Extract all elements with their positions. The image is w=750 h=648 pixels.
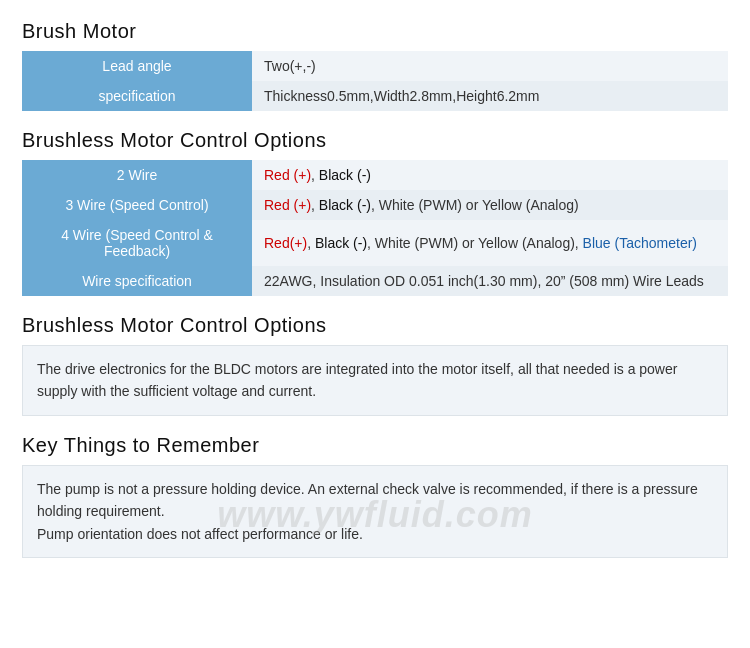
label-cell: 3 Wire (Speed Control) bbox=[22, 190, 252, 220]
value-cell: Two(+,-) bbox=[252, 51, 728, 81]
page-wrapper: Brush Motor Lead angle Two(+,-) specific… bbox=[0, 0, 750, 596]
value-cell: Red (+), Black (-), White (PWM) or Yello… bbox=[252, 190, 728, 220]
brush-motor-table: Lead angle Two(+,-) specification Thickn… bbox=[22, 51, 728, 111]
table-row: Wire specification 22AWG, Insulation OD … bbox=[22, 266, 728, 296]
key-things-box: The pump is not a pressure holding devic… bbox=[22, 465, 728, 558]
table-row: 3 Wire (Speed Control) Red (+), Black (-… bbox=[22, 190, 728, 220]
brushless-desc-title: Brushless Motor Control Options bbox=[22, 314, 728, 337]
table-row: specification Thickness0.5mm,Width2.8mm,… bbox=[22, 81, 728, 111]
value-cell: Red (+), Black (-) bbox=[252, 160, 728, 190]
text-span: , White (PWM) or Yellow (Analog), bbox=[367, 235, 583, 251]
color-span: Black (-) bbox=[315, 235, 367, 251]
value-cell: Thickness0.5mm,Width2.8mm,Height6.2mm bbox=[252, 81, 728, 111]
table-row: 2 Wire Red (+), Black (-) bbox=[22, 160, 728, 190]
key-things-line2: Pump orientation does not affect perform… bbox=[37, 523, 713, 545]
color-span: Red (+) bbox=[264, 167, 311, 183]
color-span: Blue (Tachometer) bbox=[583, 235, 697, 251]
separator: , bbox=[307, 235, 315, 251]
color-span: Red (+) bbox=[264, 197, 311, 213]
wire-spec-label: Wire specification bbox=[22, 266, 252, 296]
label-cell: specification bbox=[22, 81, 252, 111]
label-cell: Lead angle bbox=[22, 51, 252, 81]
separator: , bbox=[311, 197, 319, 213]
color-span: Black (-) bbox=[319, 197, 371, 213]
text-span: , White (PWM) or Yellow (Analog) bbox=[371, 197, 579, 213]
table-row: Lead angle Two(+,-) bbox=[22, 51, 728, 81]
brushless-control-title: Brushless Motor Control Options bbox=[22, 129, 728, 152]
brushless-description-text: The drive electronics for the BLDC motor… bbox=[37, 358, 713, 403]
label-cell: 4 Wire (Speed Control & Feedback) bbox=[22, 220, 252, 266]
value-cell: 22AWG, Insulation OD 0.051 inch(1.30 mm)… bbox=[252, 266, 728, 296]
label-cell: 2 Wire bbox=[22, 160, 252, 190]
separator: , bbox=[311, 167, 319, 183]
key-things-line1: The pump is not a pressure holding devic… bbox=[37, 478, 713, 523]
table-row: 4 Wire (Speed Control & Feedback) Red(+)… bbox=[22, 220, 728, 266]
color-span: Red(+) bbox=[264, 235, 307, 251]
key-things-title: Key Things to Remember bbox=[22, 434, 728, 457]
brushless-description-box: The drive electronics for the BLDC motor… bbox=[22, 345, 728, 416]
value-cell: Red(+), Black (-), White (PWM) or Yellow… bbox=[252, 220, 728, 266]
color-span: Black (-) bbox=[319, 167, 371, 183]
brush-motor-title: Brush Motor bbox=[22, 20, 728, 43]
brushless-control-table: 2 Wire Red (+), Black (-) 3 Wire (Speed … bbox=[22, 160, 728, 296]
